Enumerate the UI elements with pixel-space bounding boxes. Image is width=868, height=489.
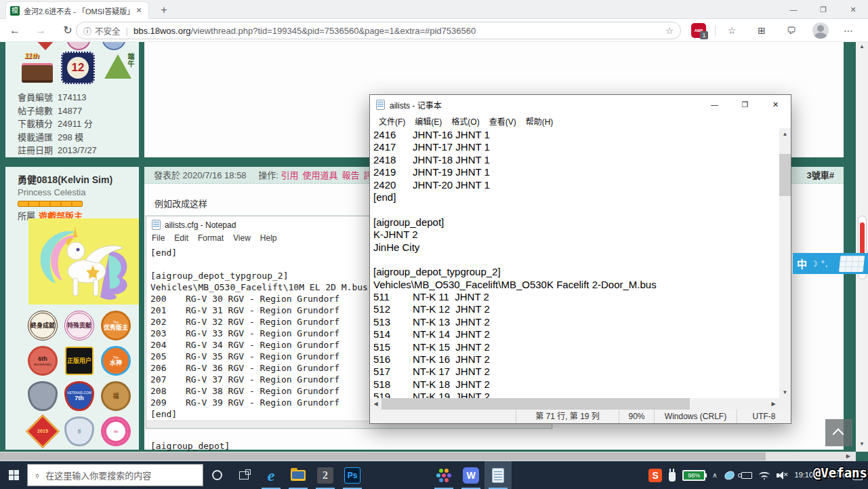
medal-cell: 2015 xyxy=(24,414,61,449)
site-favicon-icon: 模 xyxy=(10,6,20,16)
post-floor-number[interactable]: 3號車# xyxy=(807,167,834,184)
task-view-button[interactable] xyxy=(230,461,257,489)
notepad-horizontal-scrollbar[interactable]: ◀ ▶ xyxy=(370,398,779,410)
tray-app-icon[interactable] xyxy=(721,461,738,489)
notepad-maximize-button[interactable]: ❐ xyxy=(730,95,760,114)
notepad-vertical-scrollbar[interactable]: ▲ ▼ xyxy=(779,128,791,398)
line-text: RG-V 30 RGV - Region Grundorf xyxy=(186,294,339,304)
menu-item[interactable]: 文件(F) xyxy=(374,115,410,127)
new-tab-button[interactable]: + xyxy=(156,3,172,18)
medal-cell xyxy=(61,449,98,450)
medal-cell: 正版用户 xyxy=(61,343,98,378)
taskbar-item-notepad[interactable] xyxy=(484,461,512,489)
text-line: [end] xyxy=(373,191,779,203)
keyboard-icon[interactable] xyxy=(839,256,865,272)
line-text: RG-V 37 RGV - Region Grundorf xyxy=(186,374,339,385)
menu-item[interactable]: 帮助(H) xyxy=(521,115,558,127)
back-to-top-button[interactable] xyxy=(825,419,852,446)
cortana-icon xyxy=(212,470,222,480)
search-icon: ⌕ xyxy=(31,469,42,480)
author-username[interactable]: 勇健0818(Kelvin Sim) xyxy=(18,172,112,186)
back-button[interactable]: ← xyxy=(7,22,23,39)
page-info-icon[interactable]: ⓘ xyxy=(83,25,91,37)
scroll-up-icon[interactable]: ▲ xyxy=(856,43,868,50)
medal-cell: 福 xyxy=(98,378,134,414)
more-menu-button[interactable]: ⋯ xyxy=(840,23,856,38)
user-stats: 會員編號174113 帖子總數14877 下載積分24911 分 模載通匯298… xyxy=(18,91,97,157)
line-text: JHNT-20 JHNT 1 xyxy=(413,179,490,191)
taskbar-item-ie[interactable]: e xyxy=(257,461,285,489)
text-line: Vehicles\MB_O530_Facelift\MB_O530K Facel… xyxy=(373,279,779,291)
browser-tab[interactable]: 模 金河2.6进不去 - 「OMSI答疑版」 ✕ xyxy=(5,1,149,19)
menu-item[interactable]: 格式(O) xyxy=(447,115,484,127)
volume-indicator[interactable]: ✕ xyxy=(773,461,792,489)
profile-avatar[interactable] xyxy=(812,22,829,39)
tray-overflow-button[interactable]: ∧ xyxy=(709,461,720,489)
power-plug-icon[interactable] xyxy=(665,461,679,489)
medal-icon: 8 xyxy=(64,416,94,446)
action-label: 操作: xyxy=(258,170,278,180)
menu-item: Help xyxy=(260,233,277,246)
line-number-col: 511 xyxy=(373,291,413,303)
line-text: Vehicles\MB_O530_Facelift\MB_O530K Facel… xyxy=(373,279,657,290)
menu-item[interactable]: 查看(V) xyxy=(484,115,521,127)
line-text: NT-K 13 JHNT 2 xyxy=(413,316,490,328)
menu-item: File xyxy=(152,233,165,246)
start-button[interactable] xyxy=(0,461,27,489)
taskbar-item-photoshop[interactable]: Ps xyxy=(339,461,366,489)
scroll-down-icon[interactable]: ▼ xyxy=(779,387,791,398)
notepad-titlebar[interactable]: ailists - 记事本 — ❐ ✕ xyxy=(370,95,791,114)
post-action-link[interactable]: 報告 xyxy=(342,170,360,180)
scroll-left-icon[interactable]: ◀ xyxy=(370,398,381,410)
notepad-close-button[interactable]: ✕ xyxy=(760,95,791,114)
address-bar[interactable]: ⓘ 不安全 | bbs.18wos.org /viewthread.php?ti… xyxy=(76,22,681,39)
battery-icon: 98% xyxy=(682,470,705,481)
ime-mode-indicator[interactable]: 中 xyxy=(797,256,807,271)
close-button[interactable]: ✕ xyxy=(838,0,868,19)
menu-item[interactable]: 编辑(E) xyxy=(410,115,447,127)
tab-close-icon[interactable]: ✕ xyxy=(133,6,144,15)
taskbar-item-omsi2[interactable]: 2 xyxy=(312,461,339,489)
scroll-right-icon[interactable]: ▶ xyxy=(846,452,850,461)
restore-button[interactable]: ❐ xyxy=(808,0,838,19)
vscroll-thumb[interactable] xyxy=(779,154,791,196)
hscroll-thumb[interactable] xyxy=(0,452,766,461)
favorite-star-icon[interactable]: ☆ xyxy=(665,26,674,36)
line-number-col: 2416 xyxy=(373,129,413,141)
line-number-col: 209 xyxy=(150,397,186,408)
taskbar-item-wps[interactable]: W xyxy=(457,461,484,489)
post-action-link[interactable]: 引用 xyxy=(281,170,298,180)
windows-logo-icon xyxy=(9,470,19,480)
ime-toolbar[interactable]: 中 ☽ °, xyxy=(793,253,868,274)
line-number-col: 207 xyxy=(150,374,186,385)
minimize-button[interactable]: — xyxy=(779,0,808,19)
stat-line: 模載通匯298 模 xyxy=(18,131,97,144)
taskbar-search-box[interactable]: ⌕ 在这里输入你要搜索的内容 xyxy=(27,464,203,486)
ime-punctuation-icons[interactable]: ☽ °, xyxy=(810,259,828,269)
wifi-indicator[interactable] xyxy=(756,461,773,489)
collections-button[interactable]: ⊞ xyxy=(753,23,770,38)
scroll-up-icon[interactable]: ▲ xyxy=(779,128,791,140)
notepad-text-area[interactable]: 2416JHNT-16 JHNT 1 2417JHNT-17 JHNT 1 24… xyxy=(370,128,779,398)
scroll-right-icon[interactable]: ▶ xyxy=(768,398,779,410)
stat-line: 會員編號174113 xyxy=(18,91,97,104)
taskbar-item-explorer[interactable] xyxy=(285,461,312,489)
forward-button[interactable]: → xyxy=(33,22,49,39)
favorites-button[interactable]: ☆ xyxy=(724,23,740,38)
page-horizontal-scrollbar[interactable]: ▶ xyxy=(0,452,856,461)
security-label: 不安全 xyxy=(95,24,121,37)
notepad-minimize-button[interactable]: — xyxy=(699,95,730,114)
battery-indicator[interactable]: 98% xyxy=(679,461,709,489)
text-line: 2417JHNT-17 JHNT 1 xyxy=(373,141,779,153)
hscroll-thumb[interactable] xyxy=(381,398,690,410)
taskbar: ⌕ 在这里输入你要搜索的内容 e 2 Ps W S 98% ∧ ✕ 19:10 … xyxy=(0,461,868,489)
sogou-tray-icon[interactable]: S xyxy=(645,461,665,489)
taskbar-item-app-dots[interactable] xyxy=(430,461,457,489)
twelve-badge-label: 12 xyxy=(67,57,89,79)
scroll-down-icon[interactable]: ▼ xyxy=(856,441,868,447)
feedback-button[interactable]: 🗩 xyxy=(783,23,800,38)
post-action-link[interactable]: 使用道具 xyxy=(302,170,337,180)
refresh-button[interactable]: ↻ xyxy=(60,22,76,39)
power-status-icon[interactable] xyxy=(738,461,756,489)
cortana-button[interactable] xyxy=(203,461,230,489)
